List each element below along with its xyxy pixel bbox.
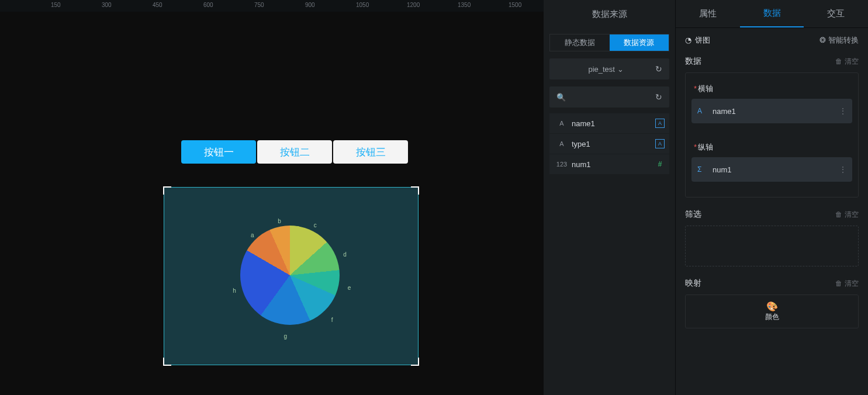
ruler-tick: 600 xyxy=(203,2,213,8)
text-field-icon: A xyxy=(697,107,708,115)
inspector-panel: 属性 数据 交互 ◔饼图 ❂ 智能转换 数据 🗑清空 *横轴 A name1 ⋮… xyxy=(675,0,868,395)
field-list: Aname1AAtype1A123num1# xyxy=(549,113,669,175)
ruler-tick: 1350 xyxy=(458,2,471,8)
trash-icon: 🗑 xyxy=(835,279,842,287)
xaxis-label: 横轴 xyxy=(698,84,713,93)
field-name: name1 xyxy=(569,119,655,128)
map-section-label: 映射 xyxy=(685,278,701,289)
field-item[interactable]: Atype1A xyxy=(549,134,669,154)
ruler-tick: 1050 xyxy=(356,2,369,8)
smart-convert-button[interactable]: ❂ 智能转换 xyxy=(819,35,859,46)
pie-chart xyxy=(240,226,340,325)
pie-slice-label: b xyxy=(278,218,281,224)
color-mapping-button[interactable]: 🎨 颜色 xyxy=(765,301,779,322)
clear-map-button[interactable]: 🗑清空 xyxy=(835,279,859,289)
pie-slice-label: a xyxy=(251,232,254,238)
canvas-button-2[interactable]: 按钮二 xyxy=(257,140,332,164)
data-section-label: 数据 xyxy=(685,56,701,67)
ruler-tick: 150 xyxy=(51,2,61,8)
pie-slice-label: e xyxy=(348,285,351,291)
pie-slice-label: d xyxy=(343,251,347,258)
field-name: type1 xyxy=(569,140,655,148)
xaxis-field-name: name1 xyxy=(713,107,839,116)
tab-data[interactable]: 数据 xyxy=(740,0,804,27)
field-search-row: 🔍 ↻ xyxy=(549,86,669,108)
palette-icon: 🎨 xyxy=(766,301,778,312)
chart-widget-selected[interactable]: abcdefgh xyxy=(164,187,419,365)
field-item[interactable]: 123num1# xyxy=(549,154,669,174)
refresh-icon[interactable]: ↻ xyxy=(655,64,662,74)
resize-handle-tr[interactable] xyxy=(411,186,419,195)
chart-type-label: 饼图 xyxy=(695,36,710,44)
yaxis-field-name: num1 xyxy=(713,165,839,174)
sum-field-icon: Σ xyxy=(697,165,708,174)
ruler-tick: 450 xyxy=(153,2,162,8)
ruler-tick: 1200 xyxy=(407,2,420,8)
pie-slice-label: c xyxy=(314,222,317,228)
tab-attributes[interactable]: 属性 xyxy=(676,0,740,27)
subtab-source[interactable]: 数据资源 xyxy=(610,34,669,51)
pie-slice-label: g xyxy=(284,333,288,339)
dataset-select[interactable]: pie_test ⌄ ↻ xyxy=(549,58,669,79)
more-icon[interactable]: ⋮ xyxy=(839,106,846,116)
canvas-stage[interactable]: 按钮一按钮二按钮三 abcdefgh xyxy=(0,12,544,395)
more-icon[interactable]: ⋮ xyxy=(839,165,846,174)
subtab-static[interactable]: 静态数据 xyxy=(550,34,610,51)
field-badge-icon: A xyxy=(655,139,665,148)
pie-slice-label: h xyxy=(233,287,236,294)
field-item[interactable]: Aname1A xyxy=(549,113,669,133)
field-type-icon: 123 xyxy=(554,161,569,168)
ruler-tick: 300 xyxy=(102,2,112,8)
resize-handle-br[interactable] xyxy=(411,358,419,366)
clear-filter-button[interactable]: 🗑清空 xyxy=(835,210,859,220)
refresh-fields-icon[interactable]: ↻ xyxy=(655,92,662,102)
clear-data-button[interactable]: 🗑清空 xyxy=(835,57,859,67)
pie-slice-label: f xyxy=(331,317,333,323)
xaxis-field-slot[interactable]: A name1 ⋮ xyxy=(691,99,852,123)
resize-handle-tl[interactable] xyxy=(163,186,171,195)
field-type-icon: A xyxy=(554,120,569,127)
canvas-button-1[interactable]: 按钮一 xyxy=(181,140,256,164)
trash-icon: 🗑 xyxy=(835,210,842,219)
dataset-name: pie_test xyxy=(588,65,615,74)
globe-icon: ❂ xyxy=(819,36,826,44)
yaxis-label: 纵轴 xyxy=(698,143,713,151)
ruler-tick: 900 xyxy=(305,2,315,8)
trash-icon: 🗑 xyxy=(835,57,842,65)
datasource-subtabs: 静态数据 数据资源 xyxy=(549,34,669,51)
chevron-down-icon: ⌄ xyxy=(617,65,624,74)
tab-interaction[interactable]: 交互 xyxy=(804,0,868,27)
mapping-box: 🎨 颜色 xyxy=(685,294,859,328)
filter-dropzone[interactable] xyxy=(685,226,859,266)
ruler-horizontal: 1503004506007509001050120013501500 xyxy=(0,0,544,12)
yaxis-field-slot[interactable]: Σ num1 ⋮ xyxy=(691,157,852,182)
color-label: 颜色 xyxy=(765,312,779,322)
search-icon[interactable]: 🔍 xyxy=(556,93,655,102)
field-badge-icon: # xyxy=(655,160,665,169)
field-badge-icon: A xyxy=(655,119,665,128)
button-row: 按钮一按钮二按钮三 xyxy=(181,140,408,164)
datasource-title: 数据来源 xyxy=(544,0,675,28)
ruler-tick: 750 xyxy=(254,2,264,8)
field-type-icon: A xyxy=(554,140,569,147)
filter-section-label: 筛选 xyxy=(685,209,701,220)
pie-icon: ◔ xyxy=(685,36,691,44)
canvas-button-3[interactable]: 按钮三 xyxy=(333,140,408,164)
datasource-panel: 数据来源 静态数据 数据资源 pie_test ⌄ ↻ 🔍 ↻ Aname1AA… xyxy=(544,0,675,395)
field-name: num1 xyxy=(569,160,655,169)
inspector-tabs: 属性 数据 交互 xyxy=(676,0,868,28)
axis-config-box: *横轴 A name1 ⋮ *纵轴 Σ num1 ⋮ xyxy=(685,72,859,198)
ruler-tick: 1500 xyxy=(509,2,521,8)
resize-handle-bl[interactable] xyxy=(163,358,171,366)
